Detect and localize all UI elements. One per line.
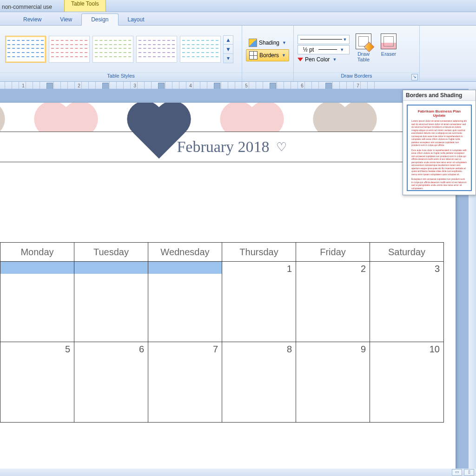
day-header: Saturday [370, 243, 444, 262]
eraser-icon [381, 33, 397, 49]
shading-label: Shading [259, 40, 279, 46]
calendar-header-row: Monday Tuesday Wednesday Thursday Friday… [0, 243, 444, 262]
heart-icon [153, 103, 223, 165]
borders-button[interactable]: Borders ▼ [246, 49, 289, 61]
borders-shading-tooltip: Borders and Shading Fabrikam Business Pl… [403, 90, 476, 195]
group-label-spacer [242, 73, 293, 81]
tab-view[interactable]: View [51, 14, 81, 25]
tab-layout[interactable]: Layout [119, 14, 154, 25]
dialog-launcher-icon[interactable]: ↘ [411, 74, 418, 80]
day-header: Thursday [222, 243, 296, 262]
group-label-table-styles: Table Styles [0, 73, 242, 81]
view-print-layout-icon[interactable]: ▭ [452, 469, 462, 476]
calendar-cell[interactable] [148, 262, 222, 342]
chevron-down-icon: ▼ [340, 47, 344, 52]
calendar-cell[interactable]: 6 [74, 342, 148, 423]
line-style-selector[interactable]: ▼ [298, 35, 350, 44]
calendar-title-band: ♡ February 2018 ♡ [0, 132, 456, 162]
table-style-thumb[interactable] [5, 36, 46, 63]
day-header: Wednesday [148, 243, 222, 262]
calendar-cell[interactable]: 10 [370, 342, 444, 423]
line-weight-selector[interactable]: ½ pt▼ [298, 45, 350, 54]
draw-table-label: Draw Table [357, 51, 370, 62]
calendar-cell[interactable]: 9 [296, 342, 370, 423]
calendar-cell[interactable] [0, 262, 74, 342]
calendar-row[interactable]: 5 6 7 8 9 10 [0, 342, 444, 423]
calendar-cell[interactable]: 5 [0, 342, 74, 423]
title-suffix: non-commercial use [0, 4, 55, 12]
calendar-cell[interactable]: 7 [148, 342, 222, 423]
document-page[interactable]: ♡ February 2018 ♡ Monday Tuesday Wednesd… [0, 103, 456, 469]
eraser-button[interactable]: Eraser [377, 32, 400, 67]
draw-table-button[interactable]: Draw Table [352, 32, 375, 67]
thumb-heading: Fabrikam Business Plan Update [411, 109, 467, 118]
pen-color-label: Pen Color [305, 56, 330, 63]
tab-design[interactable]: Design [81, 13, 118, 26]
paint-bucket-icon [249, 39, 257, 47]
thumb-paragraph: Duis aute irure dolor in reprehenderit i… [411, 149, 467, 176]
borders-icon [249, 51, 258, 60]
calendar-cell[interactable]: 3 [370, 262, 444, 342]
eraser-label: Eraser [381, 51, 396, 57]
calendar-table[interactable]: Monday Tuesday Wednesday Thursday Friday… [0, 242, 444, 423]
heart-outline-icon: ♡ [276, 140, 287, 154]
chevron-down-icon: ▼ [282, 53, 286, 58]
thumb-paragraph: Excepteur sint occaecat cupidatat non pr… [411, 178, 467, 190]
hearts-banner: ♡ February 2018 ♡ [0, 103, 456, 210]
pen-color-selector[interactable]: Pen Color▼ [298, 55, 349, 64]
calendar-cell[interactable]: 8 [222, 342, 296, 423]
tab-review[interactable]: Review [14, 14, 51, 25]
line-weight-value: ½ pt [303, 46, 314, 53]
pen-icon [298, 58, 303, 61]
table-style-gallery[interactable]: ▲ ▼ ▾ [0, 26, 242, 73]
calendar-cell[interactable] [74, 262, 148, 342]
day-header: Friday [296, 243, 370, 262]
gallery-more-icon[interactable]: ▾ [224, 54, 233, 63]
ribbon: ▲ ▼ ▾ Table Styles Shading ▼ Borders ▼ [0, 26, 476, 82]
tooltip-title: Borders and Shading [403, 90, 476, 101]
calendar-cell[interactable]: 2 [296, 262, 370, 342]
tooltip-preview-thumbnail: Fabrikam Business Plan Update Lorem ipsu… [407, 105, 472, 191]
chevron-down-icon: ▼ [343, 37, 347, 42]
title-bar: non-commercial use Table Tools [0, 0, 476, 12]
table-style-thumb[interactable] [93, 36, 133, 63]
group-label-draw-borders: Draw Borders ↘ [294, 73, 419, 81]
table-style-thumb[interactable] [136, 36, 177, 63]
gallery-down-icon[interactable]: ▼ [224, 45, 233, 54]
draw-table-icon [356, 33, 371, 49]
table-style-thumb[interactable] [180, 36, 221, 63]
gallery-up-icon[interactable]: ▲ [224, 36, 233, 45]
day-header: Monday [0, 243, 74, 262]
chevron-down-icon: ▼ [332, 57, 337, 62]
table-style-thumb[interactable] [49, 36, 90, 63]
ribbon-tabs: Review View Design Layout [0, 12, 476, 26]
calendar-cell[interactable]: 1 [222, 262, 296, 342]
thumb-paragraph: Lorem ipsum dolor sit amet consectetur a… [411, 119, 467, 147]
shading-button[interactable]: Shading ▼ [246, 37, 289, 48]
day-header: Tuesday [74, 243, 148, 262]
chevron-down-icon: ▼ [282, 40, 286, 45]
borders-label: Borders [259, 52, 279, 59]
calendar-row[interactable]: 1 2 3 [0, 262, 444, 342]
context-tab-table-tools[interactable]: Table Tools [64, 0, 106, 12]
view-reading-icon[interactable]: ▯ [464, 469, 474, 476]
status-bar: ▭ ▯ [0, 469, 476, 476]
gallery-scroll[interactable]: ▲ ▼ ▾ [223, 35, 233, 63]
